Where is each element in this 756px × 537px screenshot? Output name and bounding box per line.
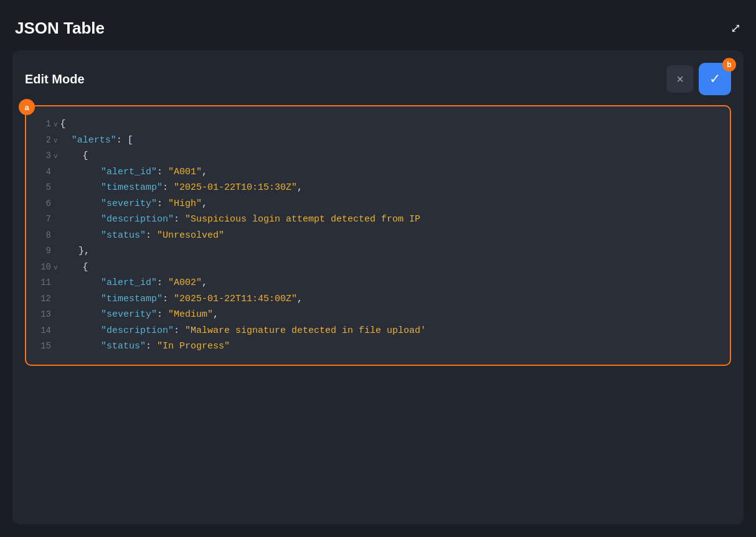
- code-line-1: 1 v {: [31, 116, 720, 133]
- close-icon: ×: [676, 72, 684, 86]
- code-content-5: "timestamp": "2025-01-22T10:15:30Z",: [56, 180, 720, 196]
- line-num-5: 5: [31, 180, 51, 195]
- code-line-11: 11 "alert_id": "A002",: [31, 275, 720, 291]
- code-line-2: 2 v "alerts": [: [31, 133, 720, 149]
- editor-container: Edit Mode × ✓ b a 1 v {: [12, 50, 744, 525]
- code-content-13: "severity": "Medium",: [56, 307, 720, 323]
- code-content-8: "status": "Unresolved": [56, 228, 720, 244]
- line-num-14: 14: [31, 324, 51, 339]
- line-num-1: 1: [31, 117, 51, 132]
- editor-header: Edit Mode × ✓ b: [25, 63, 731, 95]
- badge-b: b: [722, 58, 736, 72]
- code-line-6: 6 "severity": "High",: [31, 196, 720, 212]
- fold-1[interactable]: v: [54, 119, 58, 131]
- fold-2[interactable]: v: [54, 135, 58, 147]
- close-button[interactable]: ×: [666, 65, 694, 93]
- code-editor[interactable]: 1 v { 2 v "alerts": [ 3 v {: [25, 105, 731, 366]
- line-num-3: 3: [31, 149, 51, 164]
- check-icon: ✓: [709, 71, 721, 87]
- code-lines: 1 v { 2 v "alerts": [ 3 v {: [31, 116, 720, 355]
- code-line-10: 10 v {: [31, 259, 720, 276]
- line-num-4: 4: [31, 165, 51, 180]
- code-line-15: 15 "status": "In Progress": [31, 339, 720, 355]
- badge-a-container: a: [19, 99, 35, 115]
- code-line-8: 8 "status": "Unresolved": [31, 228, 720, 244]
- code-line-3: 3 v {: [31, 148, 720, 164]
- fold-10[interactable]: v: [54, 262, 58, 274]
- code-content-2: "alerts": [: [60, 133, 720, 149]
- code-line-7: 7 "description": "Suspicious login attem…: [31, 212, 720, 228]
- line-num-7: 7: [31, 212, 51, 227]
- code-line-9: 9 },: [31, 243, 720, 259]
- code-line-4: 4 "alert_id": "A001",: [31, 164, 720, 180]
- badge-a: a: [19, 99, 35, 115]
- code-content-6: "severity": "High",: [56, 196, 720, 212]
- line-num-15: 15: [31, 339, 51, 354]
- code-line-13: 13 "severity": "Medium",: [31, 307, 720, 323]
- code-content-12: "timestamp": "2025-01-22T11:45:00Z",: [56, 291, 720, 307]
- code-line-5: 5 "timestamp": "2025-01-22T10:15:30Z",: [31, 180, 720, 196]
- code-line-14: 14 "description": "Malware signature det…: [31, 323, 720, 339]
- code-content-4: "alert_id": "A001",: [56, 164, 720, 180]
- header-buttons: × ✓ b: [666, 63, 731, 95]
- edit-mode-label: Edit Mode: [25, 72, 85, 86]
- code-content-11: "alert_id": "A002",: [56, 275, 720, 291]
- line-num-11: 11: [31, 276, 51, 291]
- line-num-10: 10: [31, 260, 51, 275]
- line-num-6: 6: [31, 197, 51, 212]
- code-content-9: },: [56, 243, 720, 259]
- fold-3[interactable]: v: [54, 151, 58, 162]
- line-num-9: 9: [31, 244, 51, 259]
- line-num-13: 13: [31, 307, 51, 322]
- code-content-10: {: [60, 259, 720, 276]
- code-content-15: "status": "In Progress": [56, 339, 720, 355]
- code-content-1: {: [60, 116, 720, 133]
- editor-outer: a 1 v { 2 v "alerts": [ 3: [25, 105, 731, 366]
- expand-icon[interactable]: ⤢: [730, 21, 741, 36]
- page-title: JSON Table: [15, 19, 105, 38]
- code-line-12: 12 "timestamp": "2025-01-22T11:45:00Z",: [31, 291, 720, 307]
- code-content-7: "description": "Suspicious login attempt…: [56, 212, 720, 228]
- line-num-12: 12: [31, 292, 51, 307]
- line-num-2: 2: [31, 133, 51, 148]
- code-content-3: {: [60, 148, 720, 164]
- line-num-8: 8: [31, 228, 51, 243]
- code-content-14: "description": "Malware signature detect…: [56, 323, 720, 339]
